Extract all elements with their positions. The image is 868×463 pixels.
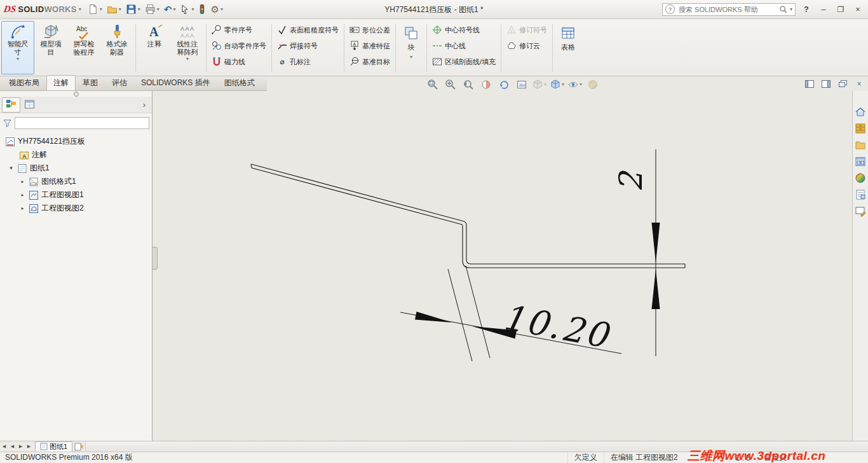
panel-grip-row[interactable] [0,91,152,97]
add-sheet-button[interactable] [72,442,85,452]
datum-feature-button[interactable]: A 基准特征 [346,38,393,53]
expander-open-icon[interactable]: ▼ [8,165,15,171]
pan-view-icon [516,79,527,90]
area-hatch-button[interactable]: 区域剖面线/填充 [429,54,499,69]
open-button[interactable]: ▾ [105,2,123,17]
tab-sketch[interactable]: 草图 [76,75,105,90]
auto-balloon-button[interactable]: 自动零件序号 [208,38,269,53]
undo-button[interactable]: ↶ ▾ [162,2,178,17]
restore-document-button[interactable] [837,79,848,89]
rotate-view-button[interactable] [496,78,512,92]
datum-target-button[interactable]: 基准目标 [346,54,393,69]
tab-sheet-format[interactable]: 图纸格式 [217,75,262,90]
select-button[interactable]: ▾ [178,2,196,17]
tab-view-layout[interactable]: 视图布局 [2,75,46,90]
geometric-tolerance-button[interactable]: 形位公差 [346,22,393,38]
revision-cloud-button[interactable]: 修订云 [503,38,550,53]
hide-show-items-button[interactable]: ▾ [567,78,583,92]
tree-sheet-format-row[interactable]: ▸ 图纸格式1 [0,175,152,188]
format-painter-button[interactable]: 格式涂刷器 [100,21,133,74]
eye-icon [567,79,579,90]
last-sheet-button[interactable]: ▶ [25,444,33,449]
tree-root-row[interactable]: YH77544121挡压板 [0,135,152,148]
search-icon[interactable] [779,5,787,13]
tree-sheet1-row[interactable]: ▼ 图纸1 [0,162,152,175]
section-view-button[interactable] [478,78,494,92]
tab-addins[interactable]: SOLIDWORKS 插件 [134,75,217,90]
brand-caret-icon[interactable]: ▾ [79,7,81,12]
display-manager-tab[interactable] [20,97,39,113]
close-document-button[interactable]: × [854,79,864,89]
command-tab-bar: 视图布局 注解 草图 评估 SOLIDWORKS 插件 图纸格式 [0,76,267,91]
blocks-button[interactable]: 块 ▾ [398,21,424,74]
rebuild-button[interactable] [196,2,208,17]
zoom-fit-button[interactable] [424,78,440,92]
zoom-area-button[interactable] [442,78,458,92]
linear-note-pattern-button[interactable]: A A AA A A 线性注释阵列 ▾ [171,21,204,74]
expander-closed-icon[interactable]: ▸ [19,179,26,184]
spell-checker-button[interactable]: Abc 拼写检验程序 [67,21,100,74]
forum-button[interactable] [854,204,867,218]
view-orientation-button[interactable]: ▾ [531,78,547,92]
pan-view-button[interactable] [513,78,529,92]
search-caret-icon[interactable]: ▾ [790,7,792,12]
center-mark-button[interactable]: 中心符号线 [429,22,499,38]
custom-properties-button[interactable] [854,188,867,201]
prev-sheet-button[interactable]: ◀ [8,444,17,449]
weld-symbol-button[interactable]: 焊接符号 [274,38,342,53]
expander-closed-icon[interactable]: ▸ [19,192,26,198]
dimension-thickness-value[interactable]: 2 [613,170,649,192]
tree-annotations-row[interactable]: A 注解 [0,148,152,162]
help-button[interactable]: ? [800,3,813,16]
display-style-button[interactable]: ▾ [549,78,565,92]
tab-evaluate[interactable]: 评估 [105,75,134,90]
edit-appearance-button[interactable] [585,78,600,92]
close-button[interactable]: × [851,3,864,16]
file-explorer-button[interactable] [854,138,867,151]
pane-right-toggle[interactable] [821,79,831,89]
section-view-icon [480,79,492,90]
sheet-tab-sheet1[interactable]: 图纸1 [35,441,72,452]
feature-tree-tab[interactable] [2,97,20,113]
panel-tab-strip: › [0,97,152,113]
ribbon-toolbar: 智能尺寸 ▾ 模型项目 Abc 拼写检验程序 格式涂刷器 A 注释 A A AA… [0,19,868,76]
pane-left-toggle[interactable] [804,79,815,89]
appearances-button[interactable] [854,171,867,184]
tree-filter-input[interactable] [15,117,149,129]
print-button[interactable]: ▾ [143,2,161,17]
new-document-button[interactable]: ▾ [86,2,104,17]
previous-view-button[interactable] [460,78,476,92]
save-button[interactable]: ▾ [124,2,142,17]
centerline-button[interactable]: 中心线 [429,38,499,53]
smart-dimension-button[interactable]: 智能尺寸 ▾ [1,21,34,74]
search-box[interactable]: ? ▾ [662,3,796,16]
view-palette-button[interactable] [854,155,867,168]
tree-drawing-view1-row[interactable]: ▸ 工程图视图1 [0,188,152,202]
tab-annotation[interactable]: 注解 [46,75,76,90]
filter-funnel-icon[interactable] [3,118,12,128]
magnetic-line-button[interactable]: 磁力线 [208,54,269,69]
balloon-button[interactable]: 零件序号 [208,22,269,38]
design-library-icon [855,123,866,134]
expander-closed-icon[interactable]: ▸ [19,205,26,211]
first-sheet-button[interactable]: ◀ [0,444,8,449]
home-button[interactable] [854,105,867,118]
graphics-area[interactable]: 10.20 2 ▾ ▾ ▾ [153,76,852,441]
panel-expand-chevron[interactable]: › [139,100,150,109]
hole-callout-button[interactable]: ⌀ 孔标注 [274,54,342,69]
model-items-button[interactable]: 模型项目 [34,21,67,74]
minimize-button[interactable]: – [817,3,830,16]
note-button[interactable]: A 注释 [138,21,171,74]
dimension-width-value[interactable]: 10.20 [499,297,614,356]
tables-button[interactable]: 表格 [555,21,581,74]
surface-finish-button[interactable]: 表面粗糙度符号 [274,22,342,38]
panel-splitter-grip[interactable] [153,247,158,270]
ds-logo-icon: DS [3,4,17,15]
options-button[interactable]: ⚙ ▾ [208,2,224,17]
dimension-thickness[interactable] [652,149,660,356]
design-library-button[interactable] [854,121,867,135]
maximize-button[interactable]: ❐ [834,3,847,16]
tree-drawing-view2-row[interactable]: ▸ 工程图视图2 [0,202,152,215]
search-input[interactable] [677,5,776,14]
next-sheet-button[interactable]: ▶ [17,444,25,449]
